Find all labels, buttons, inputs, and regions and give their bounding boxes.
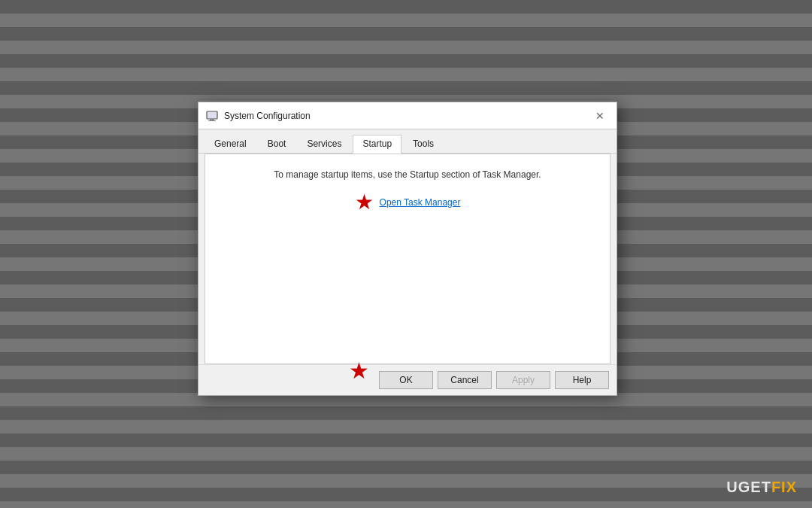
- tab-general[interactable]: General: [205, 135, 256, 154]
- ok-button[interactable]: OK: [379, 371, 433, 389]
- watermark-uget: UGET: [726, 479, 771, 495]
- help-button[interactable]: Help: [555, 371, 609, 389]
- tabs-bar: General Boot Services Startup Tools: [198, 129, 617, 154]
- dialog-title: System Configuration: [224, 111, 311, 121]
- annotation-star-left: ★: [355, 192, 374, 213]
- dialog-icon: [206, 110, 218, 122]
- svg-rect-1: [210, 119, 214, 120]
- svg-rect-2: [208, 120, 216, 121]
- tab-startup[interactable]: Startup: [353, 135, 401, 154]
- watermark-fix: FIX: [771, 479, 797, 495]
- footer: ★ OK Cancel Apply Help: [198, 364, 617, 395]
- close-button[interactable]: ✕: [591, 107, 609, 125]
- tab-boot[interactable]: Boot: [258, 135, 296, 154]
- title-bar: System Configuration ✕: [198, 102, 617, 129]
- apply-button[interactable]: Apply: [496, 371, 550, 389]
- system-configuration-dialog: System Configuration ✕ General Boot Serv…: [198, 102, 617, 396]
- svg-rect-0: [207, 111, 217, 119]
- annotation-star-ok: ★: [349, 357, 369, 384]
- title-bar-left: System Configuration: [206, 110, 311, 122]
- tab-tools[interactable]: Tools: [403, 135, 444, 154]
- cancel-button[interactable]: Cancel: [438, 371, 492, 389]
- watermark: UGETFIX: [726, 479, 797, 496]
- link-row: ★ Open Task Manager: [355, 192, 461, 213]
- content-area: To manage startup items, use the Startup…: [205, 154, 611, 364]
- tab-services[interactable]: Services: [297, 135, 351, 154]
- startup-description: To manage startup items, use the Startup…: [274, 169, 541, 180]
- open-task-manager-link[interactable]: Open Task Manager: [380, 197, 461, 208]
